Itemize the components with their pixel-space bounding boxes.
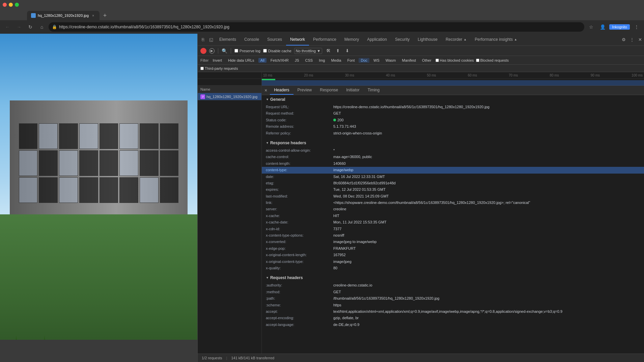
filter-icon[interactable]: 🔍 bbox=[222, 48, 227, 54]
tab-performance-insights[interactable]: Performance insights▲ bbox=[471, 34, 521, 46]
tab-security[interactable]: Security bbox=[391, 34, 414, 46]
filter-all-btn[interactable]: All bbox=[258, 58, 267, 63]
response-header-row: x-original-content-type: image/jpeg bbox=[266, 259, 640, 265]
tab-sources[interactable]: Sources bbox=[263, 34, 286, 46]
active-tab[interactable]: hq_1280x1280_1920x1920.jpg × bbox=[27, 11, 100, 20]
clear-button[interactable]: ▶ bbox=[209, 48, 215, 54]
panel-tab-headers[interactable]: Headers bbox=[270, 86, 293, 95]
panel-tab-preview[interactable]: Preview bbox=[293, 86, 316, 95]
window bbox=[119, 123, 138, 149]
close-button[interactable] bbox=[3, 3, 7, 7]
response-header-row: content-length: 140660 bbox=[266, 160, 640, 167]
profile-button[interactable]: 👤 bbox=[598, 22, 607, 32]
window bbox=[19, 150, 38, 176]
hide-data-urls-btn[interactable]: Hide data URLs bbox=[226, 58, 256, 63]
preserve-log-checkbox[interactable]: Preserve log bbox=[234, 49, 260, 53]
header-value: /thumbnail/a8/56/1c/1638973501/hq_1280x1… bbox=[333, 296, 640, 301]
close-file-panel-button[interactable]: × bbox=[262, 86, 270, 95]
tab-console[interactable]: Console bbox=[240, 34, 263, 46]
filter-font-btn[interactable]: Font bbox=[345, 58, 357, 63]
header-name: link: bbox=[266, 200, 333, 205]
separator bbox=[231, 48, 231, 54]
more-options-button[interactable]: ⋮ bbox=[628, 36, 636, 44]
request-headers-list: :authority: creoline-demo.cstatic.io:met… bbox=[266, 282, 640, 328]
file-item-jpg[interactable]: J hq_1280x1280_1920x1920.jpg bbox=[198, 93, 261, 100]
filter-manifest-btn[interactable]: Manifest bbox=[400, 58, 418, 63]
referrer-policy-label: Referrer policy: bbox=[266, 131, 333, 136]
minimize-button[interactable] bbox=[9, 3, 13, 7]
filter-other-btn[interactable]: Other bbox=[420, 58, 433, 63]
panel-tab-response[interactable]: Response bbox=[316, 86, 342, 95]
menu-button[interactable]: ⋮ bbox=[632, 22, 641, 32]
content-area: ⎘ ◱ Elements Console Sources Network Per… bbox=[0, 34, 644, 362]
filter-wasm-btn[interactable]: Wasm bbox=[384, 58, 398, 63]
response-headers-title[interactable]: Response headers bbox=[266, 141, 640, 145]
filter-ws-btn[interactable]: WS bbox=[371, 58, 382, 63]
header-name: :authority: bbox=[266, 283, 333, 288]
file-list-header: Name bbox=[198, 86, 261, 93]
clear-har-button[interactable]: ⬇ bbox=[344, 48, 351, 54]
import-har-button[interactable]: 🛠 bbox=[325, 48, 332, 54]
panel-tab-timing[interactable]: Timing bbox=[364, 86, 384, 95]
response-headers-list: access-control-allow-origin: *cache-cont… bbox=[266, 147, 640, 271]
status-code-value: 200 bbox=[333, 118, 640, 123]
tab-lighthouse[interactable]: Lighthouse bbox=[414, 34, 442, 46]
settings-button[interactable]: ⚙ bbox=[620, 36, 628, 44]
throttling-select[interactable]: No throttling ▼ bbox=[294, 48, 322, 54]
window bbox=[59, 150, 78, 176]
third-party-checkbox[interactable]: Third-party requests bbox=[200, 66, 238, 70]
export-har-button[interactable]: ⬆ bbox=[334, 48, 341, 54]
file-list: Name J hq_1280x1280_1920x1920.jpg bbox=[198, 86, 262, 354]
invert-filter-btn[interactable]: Invert bbox=[211, 58, 224, 63]
disable-cache-checkbox[interactable]: Disable cache bbox=[263, 49, 291, 53]
device-toolbar-button[interactable]: ◱ bbox=[207, 36, 215, 44]
back-button[interactable]: ← bbox=[3, 22, 12, 32]
inspect-element-button[interactable]: ⎘ bbox=[199, 36, 207, 44]
maximize-button[interactable] bbox=[15, 3, 19, 7]
remote-address-row: Remote address: 5.1.73.71:443 bbox=[266, 123, 640, 130]
tab-close-button[interactable]: × bbox=[91, 13, 95, 18]
tab-memory[interactable]: Memory bbox=[340, 34, 363, 46]
header-name: :method: bbox=[266, 290, 333, 295]
filter-img-btn[interactable]: Img bbox=[317, 58, 327, 63]
request-method-label: Request method: bbox=[266, 111, 333, 116]
window bbox=[39, 150, 58, 176]
blocked-requests-checkbox[interactable]: Blocked requests bbox=[476, 58, 509, 62]
address-bar[interactable]: 🔒 https://creoline-demo.cstatic.io/thumb… bbox=[49, 22, 584, 32]
panel-tab-initiator[interactable]: Initiator bbox=[342, 86, 363, 95]
window bbox=[39, 123, 58, 149]
remote-address-value: 5.1.73.71:443 bbox=[333, 124, 640, 129]
tab-elements[interactable]: Elements bbox=[215, 34, 240, 46]
devtools-toolbar: ⎘ ◱ Elements Console Sources Network Per… bbox=[198, 34, 644, 46]
new-tab-button[interactable]: + bbox=[100, 11, 110, 20]
request-method-row: Request method: GET bbox=[266, 110, 640, 117]
window bbox=[119, 150, 138, 176]
response-header-row: date: Sat, 16 Jul 2022 12:33:31 GMT bbox=[266, 174, 640, 180]
general-section-title[interactable]: General bbox=[266, 97, 640, 102]
tab-performance[interactable]: Performance bbox=[309, 34, 340, 46]
reload-button[interactable]: ↻ bbox=[26, 22, 35, 32]
request-headers-title[interactable]: Request headers bbox=[266, 275, 640, 280]
close-devtools-button[interactable]: ✕ bbox=[636, 36, 644, 44]
home-button[interactable]: ⌂ bbox=[37, 22, 47, 32]
filter-js-btn[interactable]: JS bbox=[293, 58, 301, 63]
tick-100ms: 100 ms bbox=[632, 73, 643, 77]
general-section: General Request URL: https://creoline-de… bbox=[262, 95, 644, 139]
building-windows bbox=[19, 123, 179, 203]
tab-recorder[interactable]: Recorder▲ bbox=[442, 34, 471, 46]
tab-application[interactable]: Application bbox=[363, 34, 391, 46]
filter-fetchxhr-btn[interactable]: Fetch/XHR bbox=[269, 58, 291, 63]
file-icon-jpg: J bbox=[200, 94, 205, 99]
tick-50ms: 50 ms bbox=[427, 73, 436, 77]
traffic-lights bbox=[3, 3, 19, 7]
requests-count: 1/2 requests bbox=[202, 356, 222, 360]
status-code-label: Status code: bbox=[266, 118, 333, 123]
forward-button[interactable]: → bbox=[14, 22, 24, 32]
record-button[interactable] bbox=[200, 48, 206, 54]
filter-doc-btn[interactable]: Doc bbox=[359, 58, 369, 63]
tab-network[interactable]: Network bbox=[286, 34, 309, 46]
has-blocked-cookies-checkbox[interactable]: Has blocked cookies bbox=[436, 58, 474, 62]
filter-css-btn[interactable]: CSS bbox=[303, 58, 315, 63]
filter-media-btn[interactable]: Media bbox=[329, 58, 343, 63]
bookmark-button[interactable]: ☆ bbox=[586, 22, 596, 32]
